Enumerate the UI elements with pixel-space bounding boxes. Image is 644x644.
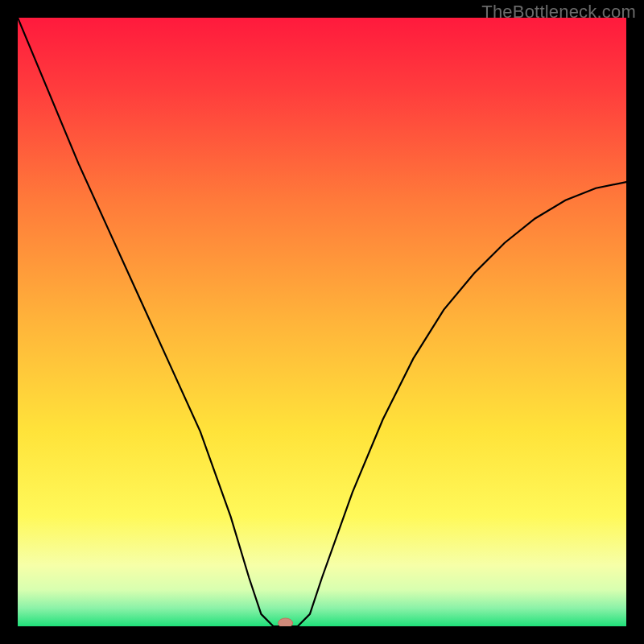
gradient-background xyxy=(18,18,626,626)
chart-frame: TheBottleneck.com xyxy=(0,0,644,644)
watermark-text: TheBottleneck.com xyxy=(481,2,636,23)
plot-area xyxy=(18,18,626,626)
chart-svg xyxy=(18,18,626,626)
optimum-marker xyxy=(279,618,293,626)
